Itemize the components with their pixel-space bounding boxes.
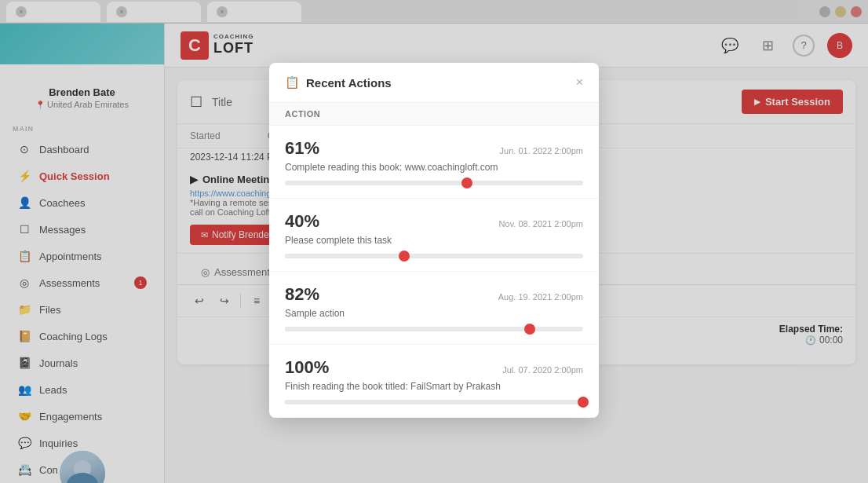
action-description: Finish reading the book titled: FailSmar… [285, 381, 583, 392]
progress-fill [285, 327, 530, 331]
action-top: 82% Aug. 19. 2021 2:00pm [285, 284, 583, 305]
progress-thumb[interactable] [578, 397, 589, 408]
action-percent: 40% [285, 211, 319, 232]
progress-bar[interactable] [285, 327, 583, 331]
progress-thumb[interactable] [461, 177, 472, 188]
action-description: Please complete this task [285, 235, 583, 246]
modal-overlay: 📋 Recent Actions × Action 61% Jun. 01. 2… [0, 0, 868, 483]
action-date: Jul. 07. 2020 2:00pm [502, 365, 583, 375]
action-date: Nov. 08. 2021 2:00pm [499, 219, 583, 229]
action-items-list: 61% Jun. 01. 2022 2:00pm Complete readin… [269, 126, 599, 418]
modal-title: 📋 Recent Actions [285, 75, 392, 90]
action-description: Sample action [285, 308, 583, 319]
action-item: 40% Nov. 08. 2021 2:00pm Please complete… [269, 199, 599, 272]
modal-title-icon: 📋 [285, 75, 300, 90]
modal-header: 📋 Recent Actions × [269, 63, 599, 103]
progress-bar[interactable] [285, 254, 583, 258]
modal-body: 61% Jun. 01. 2022 2:00pm Complete readin… [269, 126, 599, 418]
progress-fill [285, 181, 467, 185]
action-top: 100% Jul. 07. 2020 2:00pm [285, 357, 583, 378]
action-item: 61% Jun. 01. 2022 2:00pm Complete readin… [269, 126, 599, 199]
action-percent: 100% [285, 357, 329, 378]
action-top: 61% Jun. 01. 2022 2:00pm [285, 138, 583, 159]
progress-bar[interactable] [285, 181, 583, 185]
action-date: Aug. 19. 2021 2:00pm [498, 292, 583, 302]
progress-thumb[interactable] [524, 324, 535, 335]
action-top: 40% Nov. 08. 2021 2:00pm [285, 211, 583, 232]
action-percent: 82% [285, 284, 319, 305]
progress-bar[interactable] [285, 400, 583, 404]
action-item: 100% Jul. 07. 2020 2:00pm Finish reading… [269, 345, 599, 418]
progress-thumb[interactable] [399, 251, 410, 262]
action-percent: 61% [285, 138, 319, 159]
progress-fill [285, 254, 404, 258]
progress-fill [285, 400, 583, 404]
action-date: Jun. 01. 2022 2:00pm [500, 146, 583, 156]
action-item: 82% Aug. 19. 2021 2:00pm Sample action [269, 272, 599, 345]
recent-actions-modal: 📋 Recent Actions × Action 61% Jun. 01. 2… [269, 63, 599, 418]
modal-close-button[interactable]: × [576, 75, 583, 90]
modal-col-header: Action [269, 103, 599, 126]
action-description: Complete reading this book: www.coaching… [285, 162, 583, 173]
